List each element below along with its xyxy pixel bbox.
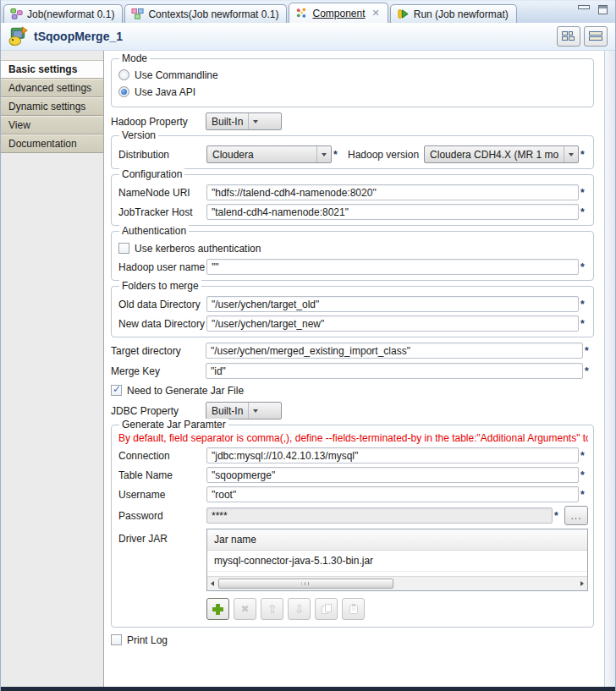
jar-table-toolbar: ✖ ⇧ ⇩ (206, 598, 588, 620)
component-icon (295, 7, 308, 19)
chevron-down-icon[interactable] (248, 403, 262, 419)
connection-row: Connection "jdbc:mysql://10.42.10.13/mys… (118, 447, 588, 463)
namenode-uri-field[interactable]: "hdfs://talend-cdh4-namenode:8020" (206, 184, 579, 200)
copy-row-button[interactable] (315, 598, 338, 620)
required-marker: * (580, 299, 588, 310)
new-data-directory-label: New data Directory (118, 318, 206, 330)
mode-legend: Mode (119, 52, 150, 64)
checkbox-unchecked-icon[interactable] (118, 243, 129, 254)
folders-legend: Folders to merge (119, 280, 201, 292)
table-name-row: Table Name "sqoopmerge" * (118, 467, 588, 483)
view-window-controls (578, 5, 608, 14)
tab-contexts[interactable]: Contexts(Job newformat 0.1) (124, 4, 287, 23)
field-separator-warning: By default, field separator is comma(,),… (118, 432, 588, 444)
jobtracker-host-row: JobTracker Host "talend-cdh4-namenode:80… (118, 204, 588, 220)
hadoop-property-select[interactable]: Built-In (206, 112, 282, 130)
scroll-left-icon[interactable] (211, 581, 214, 586)
tab-run[interactable]: Run (Job newformat) (390, 4, 517, 23)
minimize-view-icon[interactable] (578, 5, 588, 14)
radio-unselected-icon[interactable] (118, 69, 129, 80)
tab-component[interactable]: Component ✕ (289, 3, 388, 23)
folders-to-merge-group: Folders to merge Old data Directory "/us… (111, 286, 594, 337)
target-directory-label: Target directory (111, 345, 206, 357)
vertical-scrollbar[interactable] (604, 51, 615, 687)
plus-icon (212, 604, 223, 615)
move-down-button[interactable]: ⇩ (288, 598, 311, 620)
required-marker: * (580, 261, 588, 273)
connection-field[interactable]: "jdbc:mysql://10.42.10.13/mysql" (206, 447, 579, 463)
sidebar-item-view[interactable]: View (1, 116, 103, 134)
connection-label: Connection (118, 450, 206, 462)
target-directory-row: Target directory "/user/ychen/merged_exi… (111, 343, 592, 359)
chevron-down-icon[interactable] (248, 113, 262, 129)
distribution-label: Distribution (118, 149, 206, 161)
chevron-down-icon[interactable] (564, 146, 578, 162)
required-marker: * (333, 149, 341, 161)
sidebar-item-dynamic-settings[interactable]: Dynamic settings (1, 97, 103, 116)
table-row[interactable]: mysql-connector-java-5.1.30-bin.jar (207, 551, 587, 572)
copy-icon (321, 603, 333, 615)
username-field[interactable]: "root" (206, 486, 579, 502)
rows-layout-button[interactable] (584, 26, 608, 47)
jobtracker-host-field[interactable]: "talend-cdh4-namenode:8021" (206, 204, 579, 220)
run-icon (397, 8, 410, 20)
jdbc-property-select[interactable]: Built-In (206, 402, 282, 420)
close-icon[interactable]: ✕ (372, 8, 380, 19)
password-browse-button[interactable]: ... (564, 506, 588, 525)
checkbox-checked-icon[interactable] (111, 385, 122, 396)
mode-option-commandline[interactable]: Use Commandline (118, 68, 588, 82)
maximize-view-icon[interactable] (598, 5, 608, 14)
mode-option-label: Use Java API (135, 86, 195, 98)
sidebar-item-basic-settings[interactable]: Basic settings (1, 60, 103, 79)
hadoop-version-label: Hadoop version (348, 149, 419, 161)
tab-run-label: Run (Job newformat) (414, 8, 509, 20)
horizontal-scrollbar[interactable] (207, 576, 587, 590)
table-name-field[interactable]: "sqoopmerge" (206, 467, 579, 483)
delete-row-button[interactable]: ✖ (234, 598, 256, 620)
version-group: Version Distribution Cloudera * Hadoop v… (111, 135, 594, 169)
jdbc-property-label: JDBC Property (111, 405, 206, 417)
kerberos-checkbox-row[interactable]: Use kerberos authentication (118, 241, 588, 255)
required-marker: * (580, 450, 588, 462)
hadoop-user-field[interactable]: "" (206, 259, 579, 275)
required-marker: * (580, 489, 588, 501)
password-row: Password **** * ... (118, 506, 588, 525)
rows-layout-icon (589, 31, 602, 41)
generate-jar-checkbox-label: Need to Generate Jar File (127, 385, 244, 397)
old-data-directory-field[interactable]: "/user/ychen/target_old" (206, 296, 579, 312)
print-log-checkbox-row[interactable]: Print Log (111, 633, 604, 647)
merge-key-field[interactable]: "id" (206, 363, 583, 379)
driver-jar-label: Driver JAR (118, 533, 206, 545)
required-marker: * (580, 469, 588, 481)
paste-icon (348, 603, 360, 615)
username-row: Username "root" * (118, 486, 588, 502)
password-label: Password (118, 510, 206, 522)
hadoop-version-value: Cloudera CDH4.X (MR 1 mode) (430, 149, 558, 161)
add-row-button[interactable] (206, 598, 229, 620)
distribution-select[interactable]: Cloudera (206, 145, 332, 163)
sidebar-item-documentation[interactable]: Documentation (1, 134, 103, 153)
mode-option-java-api[interactable]: Use Java API (118, 85, 588, 99)
tab-job[interactable]: Job(newformat 0.1) (3, 4, 123, 23)
new-data-directory-field[interactable]: "/user/ychen/target_new" (206, 315, 579, 332)
target-directory-field[interactable]: "/user/ychen/merged_existing_import_clas… (206, 343, 583, 359)
namenode-uri-row: NameNode URI "hdfs://talend-cdh4-namenod… (118, 184, 588, 200)
radio-selected-icon[interactable] (118, 86, 129, 97)
contexts-icon (131, 8, 144, 20)
scroll-right-icon[interactable] (580, 581, 584, 586)
sidebar-item-advanced-settings[interactable]: Advanced settings (1, 79, 103, 97)
password-field[interactable]: **** (206, 507, 553, 524)
authentication-group: Authentication Use kerberos authenticati… (111, 231, 594, 281)
move-up-button[interactable]: ⇧ (261, 598, 283, 620)
required-marker: * (585, 365, 592, 377)
scrollbar-thumb[interactable] (218, 579, 393, 589)
distribution-value: Cloudera (212, 149, 311, 161)
grid-layout-button[interactable] (557, 26, 580, 47)
chevron-down-icon[interactable] (316, 146, 331, 162)
hadoop-version-select[interactable]: Cloudera CDH4.X (MR 1 mode) (424, 145, 579, 163)
paste-row-button[interactable] (342, 598, 365, 620)
version-row: Distribution Cloudera * Hadoop version C… (118, 145, 588, 163)
generate-jar-checkbox-row[interactable]: Need to Generate Jar File (111, 383, 604, 398)
jdbc-property-value: Built-In (212, 405, 243, 417)
checkbox-unchecked-icon[interactable] (111, 634, 122, 645)
